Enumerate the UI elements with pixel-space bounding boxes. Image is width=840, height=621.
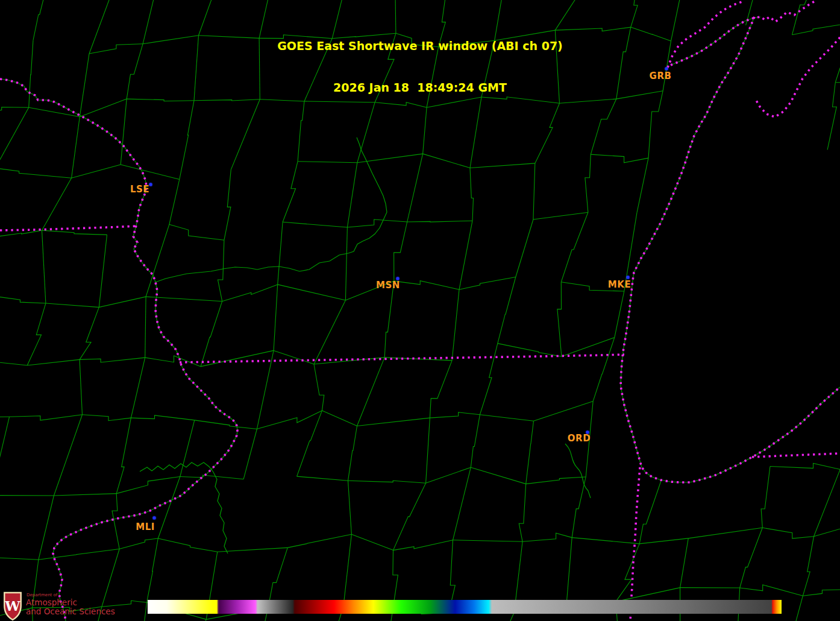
satellite-image-background: GRBLSEMSNMKEORDMLI GOES East Shortwave I…	[0, 0, 840, 621]
mississippi-shore-line	[0, 79, 237, 621]
timestamp: 2026 Jan 18 18:49:24 GMT	[0, 81, 840, 95]
rock-river-upper	[140, 462, 213, 472]
wisconsin-river	[155, 137, 387, 282]
logo-dept-line: Department of	[27, 593, 115, 597]
wi-il-border	[180, 355, 624, 362]
logo-line1: Atmospheric	[26, 599, 115, 607]
in-border-east	[752, 453, 840, 457]
rock-river-lower	[213, 472, 228, 553]
station-dot-mli	[153, 517, 156, 520]
station-label-ord: ORD	[568, 433, 591, 444]
temperature-colorbar	[148, 600, 782, 614]
station-label-mli: MLI	[136, 522, 155, 532]
logo-text: Department of Atmospheric and Oceanic Sc…	[26, 591, 115, 616]
station-dot-lse	[149, 183, 152, 186]
crest-letter: W	[4, 598, 20, 614]
image-title-block: GOES East Shortwave IR window (ABI ch 07…	[0, 11, 840, 122]
mississippi-river-border	[0, 79, 237, 621]
logo-line2: and Oceanic Sciences	[26, 608, 115, 616]
uw-crest-icon: W	[2, 591, 23, 621]
uw-aos-logo: W Department of Atmospheric and Oceanic …	[2, 591, 115, 621]
mn-ia-border	[0, 226, 136, 230]
station-label-lse: LSE	[130, 184, 149, 195]
station-dot-mke	[627, 276, 630, 279]
station-label-mke: MKE	[608, 279, 631, 290]
station-label-msn: MSN	[376, 280, 400, 291]
page-title: GOES East Shortwave IR window (ABI ch 07…	[0, 39, 840, 53]
